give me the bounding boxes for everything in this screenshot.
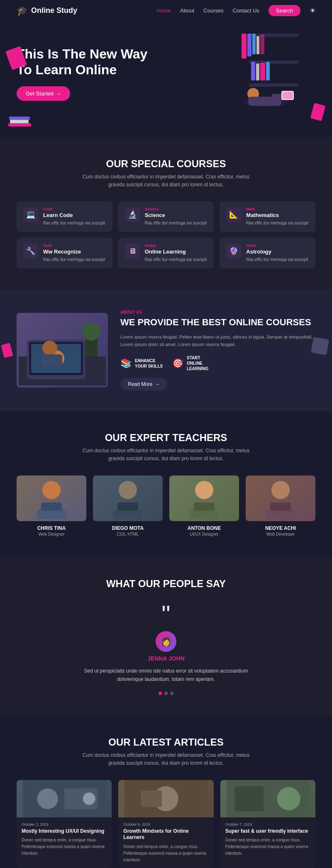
svg-rect-10	[266, 62, 270, 80]
teacher-role-1: CSS, HTML	[93, 532, 163, 536]
get-started-button[interactable]: Get Started →	[17, 86, 70, 101]
nav-contact[interactable]: Contact Us	[232, 7, 259, 14]
course-card-3[interactable]: 🔧 Tech Ww Recognize Ras effic itur merho…	[17, 238, 112, 268]
article-date-0: October 2, 2019	[22, 822, 107, 827]
svg-point-39	[37, 788, 58, 809]
about-content: ABOUT US WE PROVIDE THE BEST ONLINE COUR…	[120, 310, 315, 390]
svg-rect-17	[282, 92, 293, 99]
course-icon-4: 🖥	[125, 244, 140, 258]
nav-links: Home About Courses Contact Us Search ☀	[156, 5, 315, 16]
svg-rect-33	[117, 502, 138, 511]
nav-courses[interactable]: Courses	[203, 7, 223, 14]
articles-section: OUR LATEST ARTICLES Cum doctus civibus e…	[0, 716, 332, 868]
svg-rect-7	[251, 62, 255, 80]
course-card-2[interactable]: 📐 Math Mathematics Ras effic itur merhog…	[220, 201, 315, 232]
about-title: WE PROVIDE THE BEST ONLINE COURSES	[120, 317, 315, 328]
teacher-role-2: UI/UX Designer	[169, 532, 239, 536]
dot-0[interactable]	[159, 692, 162, 695]
course-icon-0: 💻	[23, 207, 38, 222]
svg-rect-9	[260, 63, 265, 80]
article-date-1: October 6, 2019	[123, 822, 208, 827]
svg-point-30	[42, 481, 61, 499]
course-card-0[interactable]: 💻 Code Learn Code Ras effic itur merhoga…	[17, 201, 112, 232]
theme-icon[interactable]: ☀	[310, 7, 315, 15]
course-card-4[interactable]: 🖥 Online Online Learning Ras effic itur …	[118, 238, 214, 268]
teacher-card-0: CHRIS TINA Web Designer	[17, 475, 86, 536]
enhance-skills-label: ENHANCE YOUR SKILLS	[135, 358, 164, 369]
svg-rect-1	[242, 34, 247, 59]
course-tag-3: Tech	[43, 244, 105, 248]
teacher-card-3: NEOYE ACHI Web Developer	[246, 475, 315, 536]
testimonial-dots	[17, 692, 315, 695]
course-desc-2: Ras effic itur merhoga via suscipit	[246, 220, 308, 226]
svg-rect-0	[249, 34, 299, 37]
course-name-0: Learn Code	[43, 212, 105, 218]
teachers-subtitle: Cum doctus civibus efficiantur in imperd…	[79, 447, 253, 463]
course-tag-4: Online	[145, 244, 207, 248]
article-image-1	[118, 780, 213, 817]
article-date-2: October 7, 2019	[225, 822, 310, 827]
course-desc-5: Ras effic itur merhoga via suscipit	[246, 256, 308, 263]
about-section: ABOUT US WE PROVIDE THE BEST ONLINE COUR…	[0, 289, 332, 411]
nav-home[interactable]: Home	[156, 7, 171, 14]
enhance-skills-icon: 📚	[120, 358, 132, 369]
floating-book-right	[310, 103, 326, 121]
svg-rect-6	[249, 61, 299, 64]
teacher-card-2: ANTON BONE UI/UX Designer	[169, 475, 239, 536]
article-text-0: Donec sed tempus enim, a congue risus. P…	[22, 837, 107, 857]
course-name-4: Online Learning	[145, 249, 207, 255]
svg-point-36	[271, 481, 290, 499]
article-title-0: Mostly Interesting UX/UI Designing	[22, 828, 107, 835]
about-feature-1: 🎯 START ONLINE LEARNING	[172, 355, 216, 371]
course-name-3: Ww Recognize	[43, 249, 105, 255]
course-name-1: Science	[145, 212, 207, 218]
svg-point-34	[195, 481, 213, 499]
course-tag-0: Code	[43, 207, 105, 211]
svg-point-27	[82, 322, 100, 341]
hero-title: This Is The New Way To Learn Online	[17, 46, 158, 78]
about-floating-book	[1, 343, 13, 358]
svg-rect-11	[249, 83, 299, 87]
course-info-3: Tech Ww Recognize Ras effic itur merhoga…	[43, 244, 105, 263]
about-features: 📚 ENHANCE YOUR SKILLS 🎯 START ONLINE LEA…	[120, 355, 315, 371]
course-info-0: Code Learn Code Ras effic itur merhoga v…	[43, 207, 105, 226]
nav-about[interactable]: About	[180, 7, 194, 14]
article-text-1: Donec sed tempus enim, a congue risus. P…	[123, 844, 208, 863]
testimonial-name: JENNA JOHN	[17, 655, 315, 662]
svg-rect-46	[234, 786, 264, 811]
about-feature-0: 📚 ENHANCE YOUR SKILLS	[120, 355, 164, 371]
quote-icon: "	[17, 602, 315, 627]
about-text: Lorem ipsum viverra feugiat. Pellen tese…	[120, 333, 315, 349]
svg-point-28	[42, 341, 57, 356]
course-tag-1: Science	[145, 207, 207, 211]
svg-point-41	[83, 792, 95, 805]
dot-1[interactable]	[164, 692, 168, 695]
course-card-5[interactable]: 🔮 Astro Astrology Ras effic itur merhoga…	[220, 238, 315, 268]
article-body-0: October 2, 2019 Mostly Interesting UX/UI…	[17, 817, 112, 862]
article-title-2: Super fast & user friendly interface	[225, 828, 310, 835]
article-card-0[interactable]: October 2, 2019 Mostly Interesting UX/UI…	[17, 780, 112, 868]
dot-2[interactable]	[170, 692, 173, 695]
article-text-2: Donec sed tempus enim, a congue risus. P…	[225, 837, 310, 857]
hero-section: This Is The New Way To Learn Online Get …	[0, 21, 332, 137]
course-desc-4: Ras effic itur merhoga via suscipit	[145, 256, 207, 263]
teacher-photo-2	[169, 475, 239, 521]
article-card-1[interactable]: October 6, 2019 Growth Mindsets for Onli…	[118, 780, 213, 868]
brand: 🎓 Online Study	[17, 5, 77, 16]
teacher-name-2: ANTON BONE	[169, 525, 239, 531]
read-more-button[interactable]: Read More →	[120, 378, 167, 390]
article-image-0	[17, 780, 112, 817]
teachers-grid: CHRIS TINA Web Designer DIEGO MOTA CSS, …	[17, 475, 315, 536]
course-info-5: Astro Astrology Ras effic itur merhoga v…	[246, 244, 308, 263]
course-desc-1: Ras effic itur merhoga via suscipit	[145, 220, 207, 226]
search-button[interactable]: Search	[269, 5, 300, 16]
course-name-5: Astrology	[246, 249, 308, 255]
course-tag-2: Math	[246, 207, 308, 211]
course-card-1[interactable]: 🔬 Science Science Ras effic itur merhoga…	[118, 201, 214, 232]
brand-name: Online Study	[31, 6, 77, 15]
course-info-2: Math Mathematics Ras effic itur merhoga …	[246, 207, 308, 226]
course-icon-2: 📐	[226, 207, 241, 222]
course-icon-1: 🔬	[125, 207, 140, 222]
article-card-2[interactable]: October 7, 2019 Super fast & user friend…	[220, 780, 315, 868]
svg-rect-29	[42, 354, 62, 367]
